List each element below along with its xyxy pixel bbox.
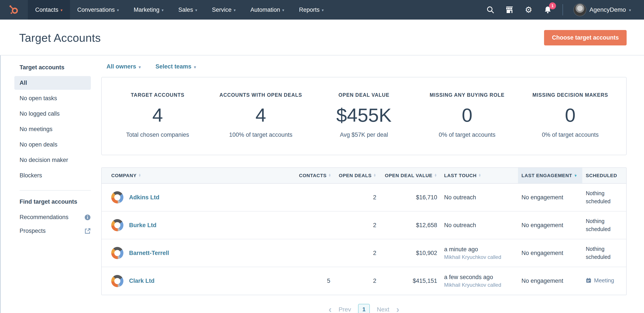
prev-button[interactable]: Prev <box>338 306 351 313</box>
account-name: AgencyDemo <box>590 6 626 13</box>
nav-item-contacts[interactable]: Contacts ▾ <box>28 0 70 20</box>
last-touch-cell: a few seconds ago Mikhail Kryuchkov call… <box>441 267 518 295</box>
column-header-company[interactable]: COMPANY ▲▼ <box>102 168 296 183</box>
column-header-scheduled[interactable]: SCHEDULED <box>582 168 626 183</box>
table-row: Clark Ltd 5 2 $415,151 a few seconds ago… <box>102 267 626 295</box>
stat-caption: Total chosen companies <box>106 132 209 138</box>
stat-label: MISSING DECISION MAKERS <box>519 92 622 98</box>
sort-icon[interactable]: ▲▼ <box>328 173 331 176</box>
last-engagement-cell: No engagement <box>518 267 582 295</box>
stat-value: 4 <box>106 104 209 126</box>
chevron-down-icon: ▾ <box>234 8 236 13</box>
stat-label: TARGET ACCOUNTS <box>106 92 209 98</box>
sidebar-link-prospects[interactable]: Prospects <box>20 224 91 238</box>
sidebar-item-no-meetings[interactable]: No meetings <box>14 122 91 136</box>
left-sidebar: Target accounts All No open tasks No log… <box>0 56 101 238</box>
link-label: Recommendations <box>20 214 68 221</box>
last-touch-cell: No outreach <box>441 183 518 211</box>
contacts-cell <box>296 211 334 239</box>
sidebar-item-no-open-deals[interactable]: No open deals <box>14 138 91 152</box>
sort-icon-active[interactable]: ▲▼ <box>574 173 578 177</box>
info-icon[interactable] <box>84 214 91 221</box>
stat-value: 0 <box>416 104 519 126</box>
stat-value: 0 <box>519 104 622 126</box>
stat-value: 4 <box>209 104 312 126</box>
contacts-cell <box>296 239 334 267</box>
company-link[interactable]: Barnett-Terrell <box>129 250 169 256</box>
company-link[interactable]: Adkins Ltd <box>129 194 160 201</box>
chevron-down-icon: ▾ <box>322 8 324 13</box>
contacts-cell <box>296 183 334 211</box>
filters-row: All owners ▾ Select teams ▾ <box>106 63 626 70</box>
chevron-right-icon[interactable]: › <box>396 305 399 313</box>
stat-label: MISSING ANY BUYING ROLE <box>416 92 519 98</box>
scheduled-cell: Nothing scheduled <box>582 239 626 267</box>
content-area: Target accounts All No open tasks No log… <box>0 56 644 313</box>
nav-item-conversations[interactable]: Conversations ▾ <box>70 0 126 20</box>
main-panel: All owners ▾ Select teams ▾ TARGET ACCOU… <box>101 56 644 313</box>
nav-label: Automation <box>250 7 280 13</box>
nav-item-reports[interactable]: Reports ▾ <box>292 0 331 20</box>
sort-icon[interactable]: ▲▼ <box>138 173 141 176</box>
sidebar-item-no-open-tasks[interactable]: No open tasks <box>14 92 91 105</box>
chevron-down-icon: ▾ <box>60 8 62 13</box>
last-touch-cell: No outreach <box>441 211 518 239</box>
nav-utilities: ⚙ 1 AgencyDemo ▾ <box>486 0 644 20</box>
nav-item-service[interactable]: Service ▾ <box>204 0 243 20</box>
chevron-down-icon: ▾ <box>117 8 119 13</box>
nav-label: Conversations <box>77 7 115 13</box>
user-avatar <box>574 3 586 16</box>
account-menu[interactable]: AgencyDemo ▾ <box>574 3 631 16</box>
company-link[interactable]: Burke Ltd <box>129 222 156 229</box>
scheduled-cell: Meeting <box>582 267 626 295</box>
chevron-left-icon[interactable]: ‹ <box>328 305 332 313</box>
table-row: Barnett-Terrell 2 $10,902 a minute ago M… <box>102 239 626 267</box>
nav-item-automation[interactable]: Automation ▾ <box>243 0 292 20</box>
column-header-open-deals[interactable]: OPEN DEALS ▲▼ <box>334 168 380 183</box>
company-logo <box>111 191 124 203</box>
last-touch-detail: Mikhail Kryuchkov called <box>444 282 514 288</box>
owners-filter-dropdown[interactable]: All owners ▾ <box>106 63 141 70</box>
column-header-contacts[interactable]: CONTACTS ▲▼ <box>296 168 334 183</box>
calendar-icon <box>586 277 592 283</box>
search-icon[interactable] <box>486 6 495 14</box>
stat-missing-decision-makers: MISSING DECISION MAKERS 0 0% of target a… <box>519 92 622 138</box>
company-link[interactable]: Clark Ltd <box>129 277 154 284</box>
sidebar-item-no-logged-calls[interactable]: No logged calls <box>14 107 91 121</box>
next-button[interactable]: Next <box>377 306 389 313</box>
sidebar-link-recommendations[interactable]: Recommendations <box>20 210 91 224</box>
chevron-down-icon: ▾ <box>162 8 164 13</box>
nav-item-marketing[interactable]: Marketing ▾ <box>126 0 171 20</box>
open-deal-value-cell: $16,710 <box>380 183 441 211</box>
stat-caption: 0% of target accounts <box>416 132 519 138</box>
column-header-open-deal-value[interactable]: OPEN DEAL VALUE ▲▼ <box>380 168 441 183</box>
marketplace-icon[interactable] <box>505 6 514 14</box>
choose-target-accounts-button[interactable]: Choose target accounts <box>544 30 626 46</box>
stat-caption: 100% of target accounts <box>209 132 312 138</box>
column-header-last-engagement[interactable]: LAST ENGAGEMENT ▲▼ <box>518 168 582 183</box>
current-page-button[interactable]: 1 <box>358 304 370 313</box>
teams-filter-dropdown[interactable]: Select teams ▾ <box>156 63 196 70</box>
open-deal-value-cell: $12,658 <box>380 211 441 239</box>
settings-gear-icon[interactable]: ⚙ <box>524 6 533 14</box>
company-logo <box>111 247 124 259</box>
sidebar-item-all[interactable]: All <box>14 76 91 90</box>
stat-label: ACCOUNTS WITH OPEN DEALS <box>209 92 312 98</box>
notifications-bell-icon[interactable]: 1 <box>544 6 552 14</box>
stat-open-deal-value: OPEN DEAL VALUE $455K Avg $57K per deal <box>312 92 416 138</box>
sort-icon[interactable]: ▲▼ <box>373 173 376 176</box>
open-deals-cell: 2 <box>334 211 380 239</box>
sort-icon[interactable]: ▲▼ <box>478 173 481 176</box>
contacts-cell: 5 <box>296 267 334 295</box>
hubspot-logo[interactable] <box>0 0 28 20</box>
nav-item-sales[interactable]: Sales ▾ <box>171 0 205 20</box>
sidebar-item-blockers[interactable]: Blockers <box>14 169 91 182</box>
page-title: Target Accounts <box>19 31 101 44</box>
meeting-link[interactable]: Meeting <box>586 277 614 284</box>
column-header-last-touch[interactable]: LAST TOUCH ▲▼ <box>441 168 518 183</box>
stat-target-accounts: TARGET ACCOUNTS 4 Total chosen companies <box>106 92 209 138</box>
sidebar-item-no-decision-maker[interactable]: No decision maker <box>14 153 91 167</box>
sidebar-section-title: Find target accounts <box>20 198 91 205</box>
sort-icon[interactable]: ▲▼ <box>434 173 437 176</box>
scheduled-cell: Nothing scheduled <box>582 183 626 211</box>
